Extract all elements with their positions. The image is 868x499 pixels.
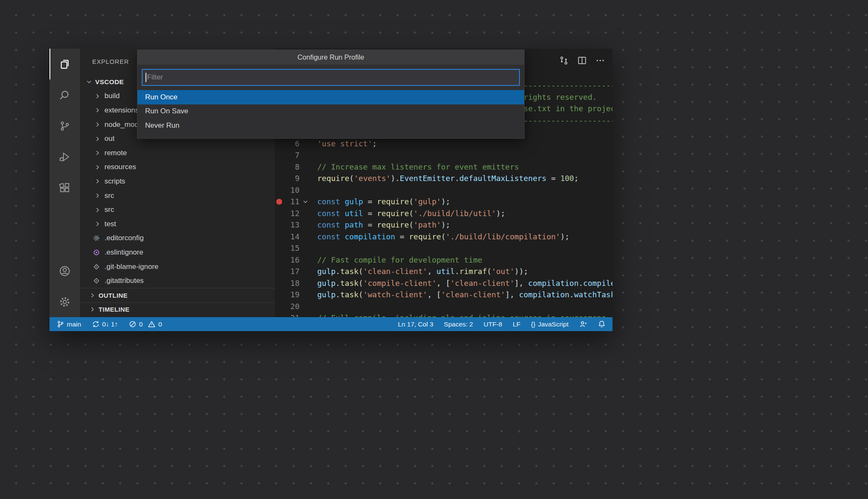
tree-item-src[interactable]: src [80,189,275,203]
source-control-icon [58,120,71,132]
option-label: Never Run [145,121,179,130]
tree-item-gitattributes[interactable]: .gitattributes [80,274,275,288]
code-text: 'use strict'; [317,138,377,150]
activity-item-explorer[interactable] [49,49,80,80]
indentation-setting[interactable]: Spaces: 2 [444,317,473,331]
quickpick-option-run-on-save[interactable]: Run On Save [137,104,524,119]
code-line-13[interactable]: 13const path = require('path'); [275,219,613,231]
code-text: gulp.task('compile-client', ['clean-clie… [317,277,613,289]
code-line-12[interactable]: 12const util = require('./build/lib/util… [275,208,613,219]
status-bar-left: main 0↓ 1↑ 0 0 [56,317,162,331]
tree-item-resources[interactable]: resources [80,160,275,175]
tree-item-editorconfig[interactable]: .editorconfig [80,231,275,246]
chevron-right-icon [94,192,101,199]
line-number[interactable]: 19 [275,289,299,301]
chevron-right-icon [94,93,101,100]
line-number[interactable]: 18 [275,277,299,289]
line-number[interactable]: 14 [275,231,299,243]
eslint-file-icon [93,249,100,256]
chevron-right-icon [89,306,96,313]
code-line-6[interactable]: 6'use strict'; [275,138,613,150]
code-line-8[interactable]: 8// Increase max listeners for event emi… [275,161,613,173]
line-number[interactable]: 12 [275,208,299,219]
tree-item-label: out [104,134,115,143]
panel-label: TIMELINE [99,306,129,313]
activity-item-accounts[interactable] [49,255,80,286]
line-number[interactable]: 16 [275,254,299,266]
line-number[interactable]: 8 [275,161,299,173]
line-number[interactable]: 13 [275,219,299,231]
eol-setting[interactable]: LF [513,317,520,331]
chevron-right-icon [89,292,96,299]
option-label: Run On Save [145,107,188,115]
branch-label: main [67,321,81,328]
problems-indicator[interactable]: 0 0 [129,317,162,331]
person-icon [579,320,587,328]
feedback-button[interactable] [579,317,587,331]
extensions-icon [58,181,71,194]
tree-item-label: .gitattributes [104,277,144,285]
quickpick-option-never-run[interactable]: Never Run [137,118,524,133]
quickpick-filter-input[interactable]: Filter [142,69,520,86]
code-line-14[interactable]: 14const compilation = require('./build/l… [275,231,613,243]
activity-item-run-debug[interactable] [49,141,80,172]
code-text: const util = require('./build/lib/util')… [317,208,505,219]
code-line-9[interactable]: 9require('events').EventEmitter.defaultM… [275,173,613,184]
account-icon [58,265,71,277]
panel-timeline[interactable]: TIMELINE [80,302,275,317]
code-line-18[interactable]: 18gulp.task('compile-client', ['clean-cl… [275,277,613,289]
activity-item-source-control[interactable] [49,110,80,141]
split-editor-icon[interactable] [577,55,588,66]
code-line-15[interactable]: 15 [275,242,613,254]
notifications-button[interactable] [598,317,606,331]
code-text: // Fast compile for development time [317,254,482,266]
code-text: const path = require('path'); [317,219,450,231]
code-line-21[interactable]: 21// Full compile, including nls and inl… [275,312,613,317]
quickpick-option-run-once[interactable]: Run Once [137,90,524,104]
code-line-20[interactable]: 20 [275,301,613,313]
activity-item-extensions[interactable] [49,172,80,203]
line-number[interactable]: 21 [275,312,299,317]
language-mode[interactable]: {} JavaScript [531,317,569,331]
fold-chevron-icon[interactable] [302,198,309,205]
tree-item-git-blame-ignore[interactable]: .git-blame-ignore [80,260,275,274]
line-number[interactable]: 7 [275,149,299,161]
activity-item-search[interactable] [49,80,80,110]
sync-indicator[interactable]: 0↓ 1↑ [92,317,118,331]
quickpick-dialog: Configure Run Profile Filter Run OnceRun… [137,49,525,139]
panel-outline[interactable]: OUTLINE [80,288,275,302]
more-actions-icon[interactable] [595,55,606,66]
tree-item-test[interactable]: test [80,217,275,231]
search-icon [58,89,71,101]
open-changes-icon[interactable] [558,55,569,66]
line-number[interactable]: 15 [275,242,299,254]
code-line-11[interactable]: 11const gulp = require('gulp'); [275,196,613,208]
tree-item-scripts[interactable]: scripts [80,174,275,189]
code-text: gulp.task('watch-client', ['clean-client… [317,289,613,301]
tree-item-label: scripts [104,177,125,186]
activity-item-settings[interactable] [49,286,80,317]
tree-item-remote[interactable]: remote [80,146,275,160]
line-number[interactable]: 17 [275,266,299,277]
tree-item-src[interactable]: src [80,203,275,217]
tree-item-eslintignore[interactable]: .eslintignore [80,245,275,260]
cursor-position[interactable]: Ln 17, Col 3 [398,317,434,331]
code-line-19[interactable]: 19gulp.task('watch-client', ['clean-clie… [275,289,613,301]
tree-item-label: src [104,206,114,214]
code-line-16[interactable]: 16// Fast compile for development time [275,254,613,266]
code-line-7[interactable]: 7 [275,149,613,161]
branch-indicator[interactable]: main [56,317,81,331]
line-number[interactable]: 6 [275,138,299,150]
code-line-17[interactable]: 17gulp.task('clean-client', util.rimraf(… [275,266,613,277]
tree-item-label: build [104,92,120,100]
line-number[interactable]: 9 [275,173,299,184]
line-number[interactable]: 10 [275,184,299,196]
tree-item-label: VSCODE [95,78,124,86]
chevron-right-icon [94,178,101,185]
chevron-down-icon [85,78,93,85]
files-icon [58,58,71,71]
code-line-10[interactable]: 10 [275,184,613,196]
line-number[interactable]: 20 [275,301,299,313]
encoding-setting[interactable]: UTF-8 [483,317,502,331]
breakpoint-icon[interactable] [276,199,282,205]
